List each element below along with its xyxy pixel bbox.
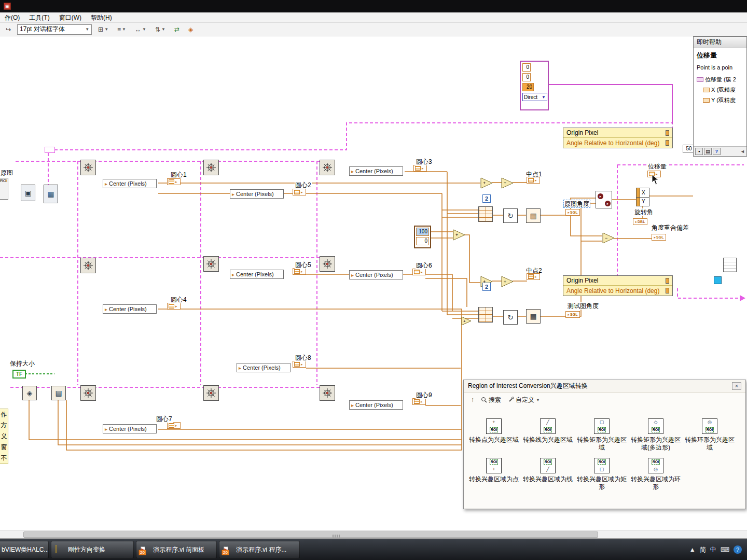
font-selector[interactable]: 17pt 对话框字体 ▼	[17, 24, 92, 35]
indicator-terminal-midpoint1[interactable]	[527, 177, 540, 184]
property-row-angle[interactable]: Angle Relative to Horizontal (deg)	[563, 286, 672, 296]
menu-tools[interactable]: 工具(T)	[24, 12, 54, 23]
taskbar-item-folder[interactable]: 刚性方向变换	[51, 541, 134, 558]
reorder-objects-button[interactable]: ⇅▼	[153, 24, 168, 35]
show-hidden-icons[interactable]: ▲	[689, 546, 696, 553]
highlight-button[interactable]: ◈	[186, 24, 196, 35]
taskbar-item-halcon[interactable]: bVIEW类HALC...	[0, 541, 49, 558]
close-icon[interactable]: ×	[732, 382, 741, 390]
indicator-terminal-circle6[interactable]	[412, 269, 426, 275]
pattern-match-vi-icon[interactable]	[203, 160, 219, 175]
distribute-objects-button[interactable]: ≡▼	[115, 24, 129, 35]
dbl-terminal-rotation-angle[interactable]: DBL	[633, 218, 647, 225]
color-box-constant[interactable]	[714, 276, 722, 284]
cluster-y-value[interactable]: 0	[522, 73, 531, 81]
help-bubble-icon[interactable]: ?	[734, 545, 742, 554]
palette-item-point-to-roi[interactable]: +ROI转换点为兴趣区域	[467, 418, 521, 452]
palette-item-roi-to-line[interactable]: ╱ROI转换兴趣区域为线	[521, 458, 575, 491]
center-pixels-node[interactable]: ▸Center (Pixels)	[103, 179, 157, 188]
unbundle-xy-node[interactable]: X Y	[636, 188, 649, 206]
pattern-match-vi-icon[interactable]	[80, 385, 96, 401]
customize-button[interactable]: 自定义▼	[506, 395, 542, 405]
indicator-terminal-circle3[interactable]	[413, 165, 427, 172]
indicator-terminal-circle1[interactable]	[167, 178, 181, 185]
palette-item-roi-to-rect[interactable]: ▢ROI转换兴趣区域为矩形	[575, 458, 629, 491]
sgl-terminal-test-angle[interactable]: SGL	[565, 311, 580, 318]
cluster-x-value[interactable]: 0	[522, 63, 531, 72]
tf-constant[interactable]: TF	[12, 370, 26, 379]
property-row-origin-pixel[interactable]: Origin Pixel	[563, 276, 672, 286]
property-node-origin[interactable]: Origin Pixel Angle Relative to Horizonta…	[563, 128, 673, 148]
property-row-origin-pixel[interactable]: Origin Pixel	[563, 128, 672, 138]
indicator-terminal-circle8[interactable]	[293, 361, 306, 368]
sgl-terminal-origin-angle[interactable]: SGL	[565, 209, 580, 216]
point-cluster-constant[interactable]: 0 0 20 Direct▼	[520, 61, 549, 110]
pattern-match-vi-icon[interactable]	[80, 258, 96, 273]
palette-item-line-to-roi[interactable]: ╱ROI转换线为兴趣区域	[521, 418, 575, 452]
constant-2[interactable]: 2	[482, 283, 491, 291]
help-button[interactable]: ?	[713, 148, 721, 155]
pattern-match-vi-icon[interactable]	[203, 256, 219, 272]
roi-descriptor-node-icon[interactable]: ▦	[44, 185, 58, 203]
ime-language-icon[interactable]: 简	[700, 545, 706, 554]
divide-node[interactable]: ÷	[501, 276, 514, 289]
center-pixels-node[interactable]: ▸Center (Pixels)	[103, 304, 157, 314]
menu-help[interactable]: 帮助(H)	[86, 12, 117, 23]
numeric-cluster-constant[interactable]: 100 0	[414, 226, 431, 248]
bundle-node-icon[interactable]	[478, 307, 493, 323]
unbundle-node-icon[interactable]: ▦	[526, 309, 541, 324]
indicator-terminal-circle4[interactable]	[167, 303, 181, 310]
ime-mode-icon[interactable]: 中	[710, 545, 716, 554]
add-node[interactable]: +	[453, 229, 465, 243]
center-pixels-node[interactable]: ▸Center (Pixels)	[349, 166, 403, 176]
divide-node[interactable]: ÷	[501, 177, 514, 191]
up-level-button[interactable]: ↑	[469, 395, 476, 404]
resize-objects-button[interactable]: ↔▼	[132, 24, 149, 35]
center-pixels-node[interactable]: ▸Center (Pixels)	[349, 400, 403, 410]
image-output-terminal[interactable]	[45, 147, 55, 153]
constant-2[interactable]: 2	[482, 194, 491, 203]
palette-item-polygon-to-roi[interactable]: ◇ROI转换矩形为兴趣区域(多边形)	[629, 418, 683, 452]
scrollbar-thumb[interactable]	[23, 531, 598, 538]
palette-item-roi-to-annulus[interactable]: ◎ROI转换兴趣区域为环形	[629, 458, 683, 491]
center-pixels-node[interactable]: ▸Center (Pixels)	[230, 189, 284, 199]
detailed-help-button[interactable]: ▤	[704, 148, 712, 155]
lock-help-button[interactable]: ▪	[695, 148, 703, 155]
palette-item-annulus-to-roi[interactable]: ◎ROI转换环形为兴趣区域	[683, 418, 737, 452]
partial-roi-control[interactable]: ROI	[0, 178, 8, 200]
add-node[interactable]: +	[480, 177, 493, 191]
property-node-test[interactable]: Origin Pixel Angle Relative to Horizonta…	[563, 275, 673, 296]
edit-arrow-icon[interactable]: ↪	[3, 24, 13, 35]
pattern-match-vi-icon[interactable]	[203, 385, 219, 401]
pattern-match-vi-icon[interactable]	[320, 160, 335, 175]
add-node[interactable]: +	[461, 316, 472, 328]
center-pixels-node[interactable]: ▸Center (Pixels)	[103, 424, 157, 433]
cleanup-diagram-button[interactable]: ⇄	[172, 24, 182, 35]
taskbar-item-front-panel[interactable]: ▶20演示程序.vi 前面板	[136, 541, 217, 558]
pattern-match-vi-icon[interactable]	[320, 385, 335, 401]
unbundle-node-icon[interactable]: ▦	[526, 208, 541, 223]
scroll-left-icon[interactable]: ◄	[740, 149, 745, 154]
search-button[interactable]: 搜索	[479, 395, 503, 405]
pattern-match-vi-icon[interactable]	[80, 160, 96, 175]
property-row-angle[interactable]: Angle Relative to Horizontal (deg)	[563, 138, 672, 148]
center-pixels-node[interactable]: ▸Center (Pixels)	[349, 270, 403, 279]
center-pixels-node[interactable]: ▸Center (Pixels)	[230, 270, 284, 279]
constant-0[interactable]: 0	[416, 237, 429, 245]
subtract-node[interactable]: −	[602, 232, 615, 246]
sgl-terminal-angle-offset[interactable]: SGL	[652, 234, 666, 241]
keyboard-icon[interactable]: ⌨	[721, 546, 729, 553]
image-create-node-icon[interactable]: ▣	[21, 185, 35, 201]
cluster-angle-value[interactable]: 20	[522, 83, 534, 91]
horizontal-scrollbar[interactable]	[0, 530, 747, 538]
menu-operate[interactable]: 作(O)	[0, 12, 24, 23]
menu-window[interactable]: 窗口(W)	[54, 12, 86, 23]
mode-enum-dropdown[interactable]: Direct▼	[522, 93, 547, 101]
indicator-terminal-midpoint2[interactable]	[527, 273, 540, 280]
bundle-node-icon[interactable]	[478, 206, 493, 222]
indicator-terminal-circle7[interactable]	[167, 422, 181, 429]
constant-100[interactable]: 100	[416, 228, 429, 236]
array-node-icon[interactable]: ▤	[51, 386, 66, 400]
indicator-terminal-circle5[interactable]	[293, 268, 306, 275]
subvi-icon[interactable]	[723, 258, 737, 272]
